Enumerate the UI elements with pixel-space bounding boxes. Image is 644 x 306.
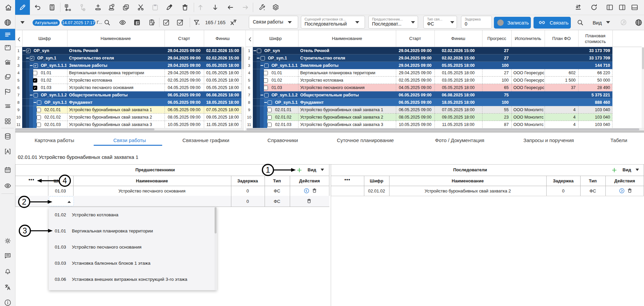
svg-text:1: 1 <box>266 166 270 174</box>
svg-text:2: 2 <box>22 198 27 206</box>
svg-text:4: 4 <box>63 176 67 185</box>
svg-text:3: 3 <box>23 226 27 235</box>
